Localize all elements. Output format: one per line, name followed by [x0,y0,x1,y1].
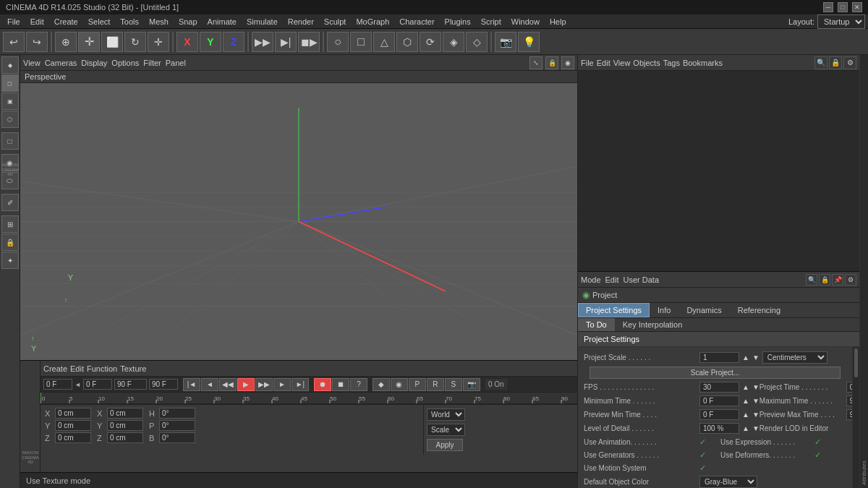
b-input[interactable] [159,432,195,443]
xray-btn[interactable]: ✦ [1,252,19,269]
minimize-btn[interactable]: ─ [823,2,833,12]
x-axis-btn[interactable]: X [176,32,198,52]
scale-btn[interactable]: ⬜ [101,32,123,52]
prev-key-btn[interactable]: ◀◀ [219,378,237,391]
prev-frame-btn[interactable]: ◄ [201,378,218,391]
unit-dropdown[interactable]: Centimeters Meters Inches [762,351,827,364]
edge-mode-btn[interactable]: ◻ [1,74,19,92]
prev-key-icon[interactable]: ◄ [75,381,81,388]
menu-edit[interactable]: Edit [26,16,48,27]
menu-animate[interactable]: Animate [203,16,241,27]
lock-btn[interactable]: 🔒 [1,234,19,251]
z-scale-input[interactable] [107,432,143,443]
tl-pos-btn[interactable]: P [409,378,426,391]
sphere-btn[interactable]: ○ [327,32,349,52]
fps-input[interactable] [699,382,739,393]
options-menu[interactable]: Options [111,59,139,67]
next-frame-btn[interactable]: ► [273,378,291,391]
tl-cam-btn[interactable]: 📷 [463,378,480,391]
play-range-btn[interactable]: ▶▶ [252,32,273,52]
tl-rot-btn[interactable]: R [427,378,444,391]
x-pos-input[interactable] [55,408,91,419]
menu-script[interactable]: Script [477,16,506,27]
prev-min-input[interactable] [699,409,739,420]
live-select-btn[interactable]: ⊕ [55,32,77,52]
y-axis-btn[interactable]: Y [200,32,221,52]
obj-mode-btn[interactable]: □ [1,132,19,150]
file-menu-obj[interactable]: File [581,59,594,67]
prev-max-input[interactable] [846,409,852,420]
scale-stepper-down[interactable]: ▼ [752,354,760,361]
menu-mograph[interactable]: MoGraph [352,16,393,27]
h-input[interactable] [159,408,195,419]
filter-menu[interactable]: Filter [143,59,161,67]
rotate-btn[interactable]: ↻ [124,32,146,52]
menu-select[interactable]: Select [84,16,115,27]
menu-snap[interactable]: Snap [174,16,202,27]
start-time-input[interactable] [83,379,112,390]
cameras-menu[interactable]: Cameras [45,59,77,67]
max-time-input[interactable] [846,395,852,406]
menu-file[interactable]: File [3,16,25,27]
add-poly-btn[interactable]: ⬡ [396,32,418,52]
tags-menu[interactable]: Tags [663,59,680,67]
frame-range-btn[interactable]: ▶| [275,32,297,52]
search-obj-btn[interactable]: 🔍 [814,56,827,69]
help-btn[interactable]: ? [350,378,367,391]
viewport-expand-btn[interactable]: ⤡ [529,56,542,69]
record-active-btn[interactable]: ⏹ [332,378,349,391]
scale-stepper-up[interactable]: ▲ [742,354,749,361]
tab-referencing[interactable]: Referencing [730,303,788,317]
sweep-btn[interactable]: ⟳ [420,32,441,52]
bevel-btn[interactable]: ◈ [443,32,464,52]
viewport-canvas[interactable]: Y ↑ Y ↑ [20,83,577,360]
add-obj-btn[interactable]: ✛ [148,32,169,52]
move-btn[interactable]: ✛ [78,32,100,52]
next-key-btn[interactable]: ▶▶ [255,378,273,391]
scale-project-btn[interactable]: Scale Project... [590,367,841,379]
tl-texture[interactable]: Texture [120,364,146,373]
min-down[interactable]: ▼ [752,397,760,405]
attr-settings-btn[interactable]: ⚙ [845,274,856,286]
redo-btn[interactable]: ↪ [26,32,48,52]
z-pos-input[interactable] [55,432,91,443]
world-dropdown[interactable]: World Object [427,408,465,421]
view-menu-obj[interactable]: View [613,59,631,67]
attr-pin-btn[interactable]: 📌 [832,274,843,286]
tl-function[interactable]: Function [87,364,117,373]
view-menu[interactable]: View [23,59,41,67]
light-btn[interactable]: 💡 [518,32,540,52]
model-mode-btn[interactable]: ⬡ [1,111,19,128]
tl-edit[interactable]: Edit [70,364,84,373]
settings-obj-btn[interactable]: ⚙ [843,56,856,69]
menu-character[interactable]: Character [395,16,438,27]
x-scale-input[interactable] [107,408,143,419]
paint-btn[interactable]: ✐ [1,194,19,211]
current-time-input[interactable] [43,379,72,390]
points-mode-btn[interactable]: ◆ [1,56,19,74]
go-end-btn[interactable]: ►| [292,378,309,391]
menu-mesh[interactable]: Mesh [145,16,173,27]
y-pos-input[interactable] [55,420,91,431]
min-time-input[interactable] [699,395,739,406]
tl-create[interactable]: Create [43,364,67,373]
deform-btn[interactable]: ◇ [466,32,488,52]
end-time-input[interactable] [114,379,147,390]
default-color-dropdown[interactable]: Gray-Blue Red Green [699,476,757,488]
cube-btn[interactable]: □ [350,32,372,52]
attr-search-btn[interactable]: 🔍 [806,274,817,286]
scale-dropdown[interactable]: Scale [427,424,465,436]
project-time-input[interactable] [846,382,852,393]
rec-btn[interactable]: ◼▶ [298,32,320,52]
pmin-down[interactable]: ▼ [752,411,760,419]
tl-auto-btn[interactable]: ◉ [391,378,408,391]
edit-menu-attr[interactable]: Edit [605,275,619,284]
maximize-btn[interactable]: □ [838,2,848,12]
project-scale-input[interactable] [699,352,739,363]
fps-up[interactable]: ▲ [742,383,749,391]
user-data-menu[interactable]: User Data [624,275,660,284]
fps-down[interactable]: ▼ [752,383,760,391]
poly-mode-btn[interactable]: ▣ [1,93,19,110]
min-up[interactable]: ▲ [742,397,749,405]
tab-info[interactable]: Info [650,303,678,317]
